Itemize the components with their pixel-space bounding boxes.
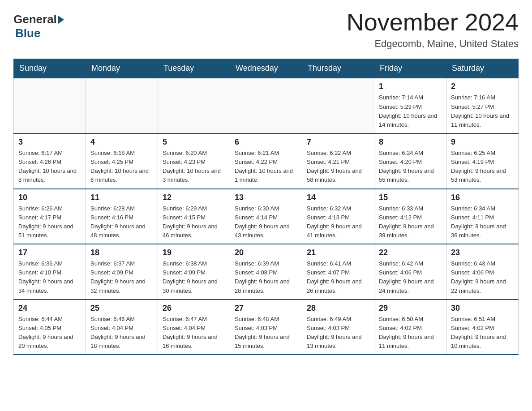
day-cell: 19Sunrise: 6:38 AMSunset: 4:09 PMDayligh… bbox=[158, 244, 230, 300]
day-cell: 2Sunrise: 7:16 AMSunset: 5:27 PMDaylight… bbox=[446, 78, 519, 133]
day-info: Sunrise: 6:49 AMSunset: 4:03 PMDaylight:… bbox=[307, 315, 369, 351]
weekday-header-saturday: Saturday bbox=[446, 59, 519, 78]
day-info: Sunrise: 6:39 AMSunset: 4:08 PMDaylight:… bbox=[235, 259, 297, 295]
day-number: 23 bbox=[451, 248, 514, 257]
logo-arrow-icon bbox=[58, 16, 64, 24]
day-info: Sunrise: 6:33 AMSunset: 4:12 PMDaylight:… bbox=[379, 204, 442, 240]
day-number: 16 bbox=[451, 193, 514, 202]
day-info: Sunrise: 6:32 AMSunset: 4:13 PMDaylight:… bbox=[307, 204, 369, 240]
day-cell bbox=[86, 78, 158, 133]
day-number: 8 bbox=[379, 137, 442, 147]
day-cell: 4Sunrise: 6:18 AMSunset: 4:25 PMDaylight… bbox=[86, 133, 158, 189]
day-info: Sunrise: 6:24 AMSunset: 4:20 PMDaylight:… bbox=[379, 149, 442, 185]
day-number: 17 bbox=[18, 248, 81, 257]
day-number: 1 bbox=[379, 82, 442, 91]
day-cell: 21Sunrise: 6:41 AMSunset: 4:07 PMDayligh… bbox=[302, 244, 374, 300]
day-cell: 25Sunrise: 6:46 AMSunset: 4:04 PMDayligh… bbox=[86, 300, 158, 355]
day-info: Sunrise: 6:43 AMSunset: 4:06 PMDaylight:… bbox=[451, 259, 514, 295]
day-number: 6 bbox=[235, 137, 297, 147]
day-number: 14 bbox=[307, 193, 369, 202]
day-info: Sunrise: 6:51 AMSunset: 4:02 PMDaylight:… bbox=[451, 315, 514, 351]
day-number: 15 bbox=[379, 193, 442, 202]
title-section: November 2024 Edgecomb, Maine, United St… bbox=[347, 9, 519, 50]
day-number: 4 bbox=[90, 137, 153, 147]
day-cell: 14Sunrise: 6:32 AMSunset: 4:13 PMDayligh… bbox=[302, 189, 374, 244]
day-info: Sunrise: 6:18 AMSunset: 4:25 PMDaylight:… bbox=[90, 149, 153, 185]
day-cell: 16Sunrise: 6:34 AMSunset: 4:11 PMDayligh… bbox=[446, 189, 519, 244]
day-info: Sunrise: 6:50 AMSunset: 4:02 PMDaylight:… bbox=[379, 315, 442, 351]
day-cell: 3Sunrise: 6:17 AMSunset: 4:26 PMDaylight… bbox=[14, 133, 86, 189]
week-row-3: 10Sunrise: 6:26 AMSunset: 4:17 PMDayligh… bbox=[14, 189, 519, 244]
day-cell: 9Sunrise: 6:25 AMSunset: 4:19 PMDaylight… bbox=[446, 133, 519, 189]
day-info: Sunrise: 7:14 AMSunset: 5:29 PMDaylight:… bbox=[379, 93, 442, 129]
day-number: 20 bbox=[235, 248, 297, 257]
logo: General Blue bbox=[13, 9, 64, 40]
weekday-header-tuesday: Tuesday bbox=[158, 59, 230, 78]
week-row-5: 24Sunrise: 6:44 AMSunset: 4:05 PMDayligh… bbox=[14, 300, 519, 355]
page-header: General Blue November 2024 Edgecomb, Mai… bbox=[13, 9, 519, 50]
day-info: Sunrise: 6:17 AMSunset: 4:26 PMDaylight:… bbox=[18, 149, 81, 185]
day-cell: 10Sunrise: 6:26 AMSunset: 4:17 PMDayligh… bbox=[14, 189, 86, 244]
month-title: November 2024 bbox=[347, 9, 519, 35]
day-cell: 17Sunrise: 6:36 AMSunset: 4:10 PMDayligh… bbox=[14, 244, 86, 300]
day-number: 21 bbox=[307, 248, 369, 257]
day-info: Sunrise: 6:48 AMSunset: 4:03 PMDaylight:… bbox=[235, 315, 297, 351]
day-cell bbox=[230, 78, 302, 133]
day-info: Sunrise: 6:42 AMSunset: 4:06 PMDaylight:… bbox=[379, 259, 442, 295]
weekday-header-monday: Monday bbox=[86, 59, 158, 78]
day-cell: 20Sunrise: 6:39 AMSunset: 4:08 PMDayligh… bbox=[230, 244, 302, 300]
day-info: Sunrise: 6:20 AMSunset: 4:23 PMDaylight:… bbox=[163, 149, 225, 185]
weekday-header-friday: Friday bbox=[374, 59, 446, 78]
weekday-header-thursday: Thursday bbox=[302, 59, 374, 78]
day-cell: 30Sunrise: 6:51 AMSunset: 4:02 PMDayligh… bbox=[446, 300, 519, 355]
day-cell bbox=[302, 78, 374, 133]
day-info: Sunrise: 6:34 AMSunset: 4:11 PMDaylight:… bbox=[451, 204, 514, 240]
day-cell bbox=[158, 78, 230, 133]
day-info: Sunrise: 6:28 AMSunset: 4:16 PMDaylight:… bbox=[90, 204, 153, 240]
day-cell: 1Sunrise: 7:14 AMSunset: 5:29 PMDaylight… bbox=[374, 78, 446, 133]
day-number: 26 bbox=[163, 304, 225, 313]
day-info: Sunrise: 6:46 AMSunset: 4:04 PMDaylight:… bbox=[90, 315, 153, 351]
day-number: 13 bbox=[235, 193, 297, 202]
week-row-4: 17Sunrise: 6:36 AMSunset: 4:10 PMDayligh… bbox=[14, 244, 519, 300]
day-number: 29 bbox=[379, 304, 442, 313]
day-number: 2 bbox=[451, 82, 514, 91]
day-cell: 26Sunrise: 6:47 AMSunset: 4:04 PMDayligh… bbox=[158, 300, 230, 355]
day-cell: 22Sunrise: 6:42 AMSunset: 4:06 PMDayligh… bbox=[374, 244, 446, 300]
day-info: Sunrise: 6:37 AMSunset: 4:09 PMDaylight:… bbox=[90, 259, 153, 295]
logo-general-text: General bbox=[13, 13, 57, 26]
day-info: Sunrise: 6:30 AMSunset: 4:14 PMDaylight:… bbox=[235, 204, 297, 240]
day-cell: 13Sunrise: 6:30 AMSunset: 4:14 PMDayligh… bbox=[230, 189, 302, 244]
day-cell: 15Sunrise: 6:33 AMSunset: 4:12 PMDayligh… bbox=[374, 189, 446, 244]
day-cell bbox=[14, 78, 86, 133]
day-info: Sunrise: 6:41 AMSunset: 4:07 PMDaylight:… bbox=[307, 259, 369, 295]
location-text: Edgecomb, Maine, United States bbox=[347, 38, 519, 50]
day-number: 30 bbox=[451, 304, 514, 313]
week-row-2: 3Sunrise: 6:17 AMSunset: 4:26 PMDaylight… bbox=[14, 133, 519, 189]
day-cell: 18Sunrise: 6:37 AMSunset: 4:09 PMDayligh… bbox=[86, 244, 158, 300]
day-info: Sunrise: 7:16 AMSunset: 5:27 PMDaylight:… bbox=[451, 93, 514, 129]
day-number: 27 bbox=[235, 304, 297, 313]
day-cell: 7Sunrise: 6:22 AMSunset: 4:21 PMDaylight… bbox=[302, 133, 374, 189]
day-cell: 8Sunrise: 6:24 AMSunset: 4:20 PMDaylight… bbox=[374, 133, 446, 189]
day-number: 11 bbox=[90, 193, 153, 202]
calendar-table: SundayMondayTuesdayWednesdayThursdayFrid… bbox=[13, 59, 519, 355]
day-info: Sunrise: 6:38 AMSunset: 4:09 PMDaylight:… bbox=[163, 259, 225, 295]
day-cell: 12Sunrise: 6:29 AMSunset: 4:15 PMDayligh… bbox=[158, 189, 230, 244]
day-cell: 11Sunrise: 6:28 AMSunset: 4:16 PMDayligh… bbox=[86, 189, 158, 244]
day-cell: 23Sunrise: 6:43 AMSunset: 4:06 PMDayligh… bbox=[446, 244, 519, 300]
day-number: 12 bbox=[163, 193, 225, 202]
day-number: 19 bbox=[163, 248, 225, 257]
day-info: Sunrise: 6:22 AMSunset: 4:21 PMDaylight:… bbox=[307, 149, 369, 185]
day-cell: 27Sunrise: 6:48 AMSunset: 4:03 PMDayligh… bbox=[230, 300, 302, 355]
day-info: Sunrise: 6:29 AMSunset: 4:15 PMDaylight:… bbox=[163, 204, 225, 240]
day-info: Sunrise: 6:44 AMSunset: 4:05 PMDaylight:… bbox=[18, 315, 81, 351]
weekday-header-wednesday: Wednesday bbox=[230, 59, 302, 78]
day-number: 5 bbox=[163, 137, 225, 147]
day-number: 25 bbox=[90, 304, 153, 313]
day-number: 28 bbox=[307, 304, 369, 313]
day-cell: 5Sunrise: 6:20 AMSunset: 4:23 PMDaylight… bbox=[158, 133, 230, 189]
day-cell: 6Sunrise: 6:21 AMSunset: 4:22 PMDaylight… bbox=[230, 133, 302, 189]
weekday-header-sunday: Sunday bbox=[14, 59, 86, 78]
day-info: Sunrise: 6:26 AMSunset: 4:17 PMDaylight:… bbox=[18, 204, 81, 240]
